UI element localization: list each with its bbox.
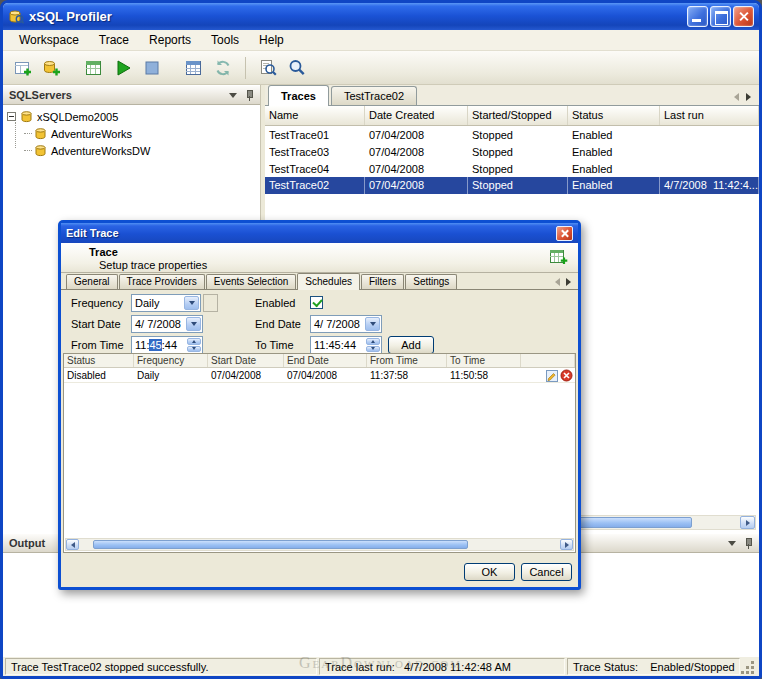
tab-traces[interactable]: Traces	[268, 85, 329, 106]
column-header-last-run[interactable]: Last run	[660, 106, 759, 125]
find-button[interactable]	[255, 55, 281, 81]
menu-help[interactable]: Help	[249, 31, 294, 49]
spin-up-icon[interactable]	[187, 338, 201, 345]
tab-scroll-right-icon[interactable]	[746, 93, 751, 101]
column-header-from-time[interactable]: From Time	[367, 354, 447, 367]
menu-workspace[interactable]: Workspace	[9, 31, 89, 49]
schedule-row[interactable]: Disabled Daily 07/04/2008 07/04/2008 11:…	[64, 368, 575, 383]
scrollbar-thumb[interactable]	[93, 540, 468, 549]
pin-icon[interactable]	[245, 90, 254, 101]
tree-node-database[interactable]: AdventureWorksDW	[3, 142, 260, 159]
from-time-spinner[interactable]: 11:45:44	[131, 336, 203, 354]
column-header-status[interactable]: Status	[64, 354, 134, 367]
dialog-header-subtitle: Setup trace properties	[99, 259, 207, 271]
traces-table-header: Name Date Created Started/Stopped Status…	[265, 106, 759, 126]
preview-button[interactable]	[284, 55, 310, 81]
tab-schedules[interactable]: Schedules	[297, 273, 360, 290]
tab-scroll-left-icon[interactable]	[734, 93, 739, 101]
chevron-down-icon[interactable]	[728, 541, 736, 546]
dialog-close-button[interactable]	[556, 226, 573, 241]
enabled-label: Enabled	[255, 297, 295, 309]
refresh-button[interactable]	[210, 55, 236, 81]
menu-reports[interactable]: Reports	[139, 31, 201, 49]
table-row[interactable]: TestTrace03 07/04/2008 Stopped Enabled	[265, 143, 759, 160]
add-button[interactable]: Add	[388, 336, 434, 354]
frequency-label: Frequency	[71, 297, 123, 309]
minimize-button[interactable]	[687, 6, 708, 27]
resize-grip[interactable]	[742, 658, 757, 675]
find-icon	[258, 58, 278, 78]
trace-schedule-icon	[549, 248, 568, 267]
end-date-picker[interactable]: 4/ 7/2008	[310, 315, 382, 333]
spin-up-icon[interactable]	[366, 338, 380, 345]
menu-bar: Workspace Trace Reports Tools Help	[3, 30, 759, 51]
tab-general[interactable]: General	[66, 274, 118, 289]
add-trace-icon	[42, 58, 62, 78]
column-header-to-time[interactable]: To Time	[447, 354, 521, 367]
chevron-down-icon[interactable]	[184, 296, 199, 310]
start-date-picker[interactable]: 4/ 7/2008	[131, 315, 203, 333]
toolbar-separator	[245, 57, 246, 79]
pin-icon[interactable]	[744, 538, 753, 549]
stop-trace-button[interactable]	[139, 55, 165, 81]
reports-button[interactable]	[181, 55, 207, 81]
tab-trace-providers[interactable]: Trace Providers	[119, 274, 205, 289]
preview-icon	[287, 58, 307, 78]
end-date-label: End Date	[255, 318, 301, 330]
new-workspace-button[interactable]	[10, 55, 36, 81]
tab-filters[interactable]: Filters	[361, 274, 404, 289]
chevron-down-icon[interactable]	[365, 317, 380, 331]
database-icon	[20, 110, 33, 123]
column-header-name[interactable]: Name	[265, 106, 365, 125]
refresh-icon	[213, 58, 233, 78]
tree-node-label: xSQLDemo2005	[37, 111, 118, 123]
edit-schedule-icon[interactable]	[545, 369, 558, 382]
to-time-spinner[interactable]: 11:45:44	[310, 336, 382, 354]
tree-node-label: AdventureWorks	[51, 128, 132, 140]
enabled-checkbox[interactable]	[310, 296, 323, 309]
menu-tools[interactable]: Tools	[201, 31, 249, 49]
column-header-end-date[interactable]: End Date	[284, 354, 367, 367]
schedule-grid-header: Status Frequency Start Date End Date Fro…	[64, 354, 575, 368]
schedule-trace-button[interactable]	[81, 55, 107, 81]
dialog-title-bar: Edit Trace	[61, 223, 578, 243]
tab-testtrace02[interactable]: TestTrace02	[331, 86, 417, 105]
chevron-down-icon[interactable]	[186, 317, 201, 331]
spin-down-icon[interactable]	[187, 346, 201, 353]
delete-schedule-icon[interactable]	[560, 369, 573, 382]
ok-button[interactable]: OK	[464, 563, 515, 581]
tree-node-server[interactable]: xSQLDemo2005	[3, 108, 260, 125]
column-header-status[interactable]: Status	[568, 106, 660, 125]
close-button[interactable]	[733, 6, 754, 27]
spin-down-icon[interactable]	[366, 346, 380, 353]
tree-node-database[interactable]: AdventureWorks	[3, 125, 260, 142]
add-trace-button[interactable]	[39, 55, 65, 81]
collapse-icon[interactable]	[7, 112, 16, 121]
cancel-button[interactable]: Cancel	[521, 563, 572, 581]
status-bar: Trace TestTrace02 stopped successfully. …	[3, 656, 759, 676]
frequency-select[interactable]: Daily	[131, 294, 201, 312]
status-message: Trace TestTrace02 stopped successfully.	[11, 661, 208, 673]
scroll-right-icon[interactable]	[560, 539, 573, 550]
horizontal-scrollbar[interactable]	[65, 538, 574, 551]
chevron-down-icon[interactable]	[229, 93, 237, 98]
reports-icon	[184, 58, 204, 78]
tab-scroll-right-icon[interactable]	[566, 278, 571, 286]
tab-settings[interactable]: Settings	[405, 274, 457, 289]
column-header-started-stopped[interactable]: Started/Stopped	[468, 106, 568, 125]
column-header-start-date[interactable]: Start Date	[208, 354, 284, 367]
column-header-date-created[interactable]: Date Created	[365, 106, 468, 125]
tab-scroll-left-icon[interactable]	[555, 278, 560, 286]
table-row[interactable]: TestTrace01 07/04/2008 Stopped Enabled	[265, 126, 759, 143]
column-header-frequency[interactable]: Frequency	[134, 354, 208, 367]
maximize-button[interactable]	[710, 6, 731, 27]
scroll-right-icon[interactable]	[740, 516, 755, 529]
dialog-tabs: General Trace Providers Events Selection…	[61, 273, 578, 290]
table-row[interactable]: TestTrace04 07/04/2008 Stopped Enabled	[265, 160, 759, 177]
scroll-left-icon[interactable]	[66, 539, 79, 550]
tab-events-selection[interactable]: Events Selection	[206, 274, 297, 289]
menu-trace[interactable]: Trace	[89, 31, 139, 49]
table-row-selected[interactable]: TestTrace02 07/04/2008 Stopped Enabled 4…	[265, 177, 759, 194]
start-trace-button[interactable]	[110, 55, 136, 81]
window-title: xSQL Profiler	[29, 9, 112, 24]
